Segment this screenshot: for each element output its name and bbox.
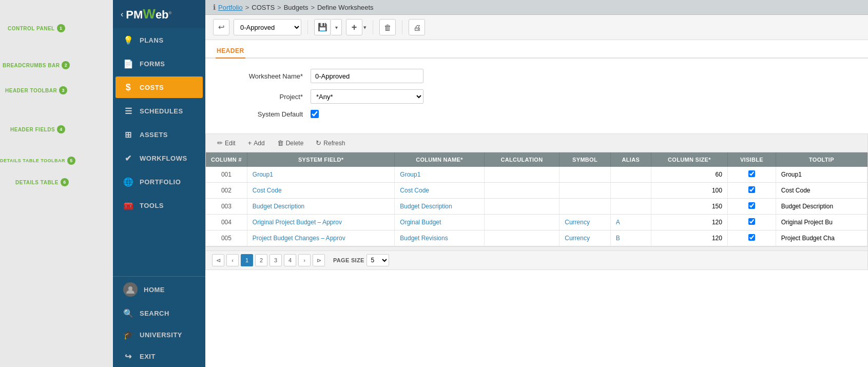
system-default-label: System Default	[221, 110, 303, 118]
user-avatar	[123, 282, 138, 297]
cell-alias-1[interactable]	[610, 183, 651, 199]
sidebar-item-label-workflows: WORKFLOWS	[140, 154, 187, 162]
visible-checkbox-1[interactable]	[748, 186, 755, 193]
details-section: ✏ Edit + Add 🗑 Delete ↻ Refresh	[205, 133, 868, 270]
sidebar-item-search[interactable]: 🔍 SEARCH	[113, 302, 205, 324]
annotation-dt-toolbar: DETAILS TABLE TOOLBAR 5	[0, 157, 75, 165]
cell-alias-2[interactable]	[610, 199, 651, 215]
trash-icon: 🗑	[277, 139, 284, 147]
page-2-btn[interactable]: 2	[255, 254, 267, 266]
cell-visible-2[interactable]	[727, 199, 776, 215]
worksheet-name-input[interactable]	[311, 69, 423, 83]
save-button-group: 💾 ▾	[314, 19, 342, 35]
page-4-btn[interactable]: 4	[284, 254, 296, 266]
col-header-alias: ALIAS	[610, 152, 651, 167]
page-next-btn[interactable]: ›	[298, 254, 311, 266]
sidebar-item-plans[interactable]: 💡 PLANS	[113, 28, 205, 52]
details-add-button[interactable]: + Add	[243, 137, 270, 149]
page-1-btn[interactable]: 1	[241, 254, 253, 266]
menu-toggle-icon[interactable]: ‹	[121, 10, 123, 19]
refresh-button[interactable]: ↻ Refresh	[311, 137, 350, 149]
save-dropdown-arrow[interactable]: ▾	[332, 19, 342, 35]
delete-button[interactable]: 🗑	[379, 19, 396, 35]
annotation-label-text-4: HEADER FIELDS	[10, 127, 55, 132]
visible-checkbox-3[interactable]	[748, 218, 755, 225]
project-select-wrapper[interactable]: *Any*	[311, 89, 423, 104]
sidebar-item-forms[interactable]: 📄 FORMS	[113, 52, 205, 75]
cell-col-size-2: 150	[651, 199, 727, 215]
sidebar-item-label-tools: TOOLS	[140, 202, 164, 209]
sidebar-item-label-costs: COSTS	[140, 84, 164, 91]
add-button[interactable]: +	[346, 19, 362, 35]
status-dropdown[interactable]: 0-Approved 1-Draft 2-Pending	[234, 21, 301, 34]
cell-visible-3[interactable]	[727, 215, 776, 230]
cell-symbol-1[interactable]	[560, 183, 611, 199]
table-scroll[interactable]: COLUMN # SYSTEM FIELD* COLUMN NAME* CALC…	[206, 152, 867, 246]
page-last-btn[interactable]: ⊳	[313, 254, 325, 266]
cell-visible-0[interactable]	[727, 167, 776, 183]
save-button[interactable]: 💾	[314, 19, 331, 35]
cell-col-size-1: 100	[651, 183, 727, 199]
table-row: 005 Project Budget Changes – Approv Budg…	[206, 230, 867, 246]
main-content: ℹ Portfolio > COSTS > Budgets > Define W…	[205, 0, 868, 367]
details-delete-button[interactable]: 🗑 Delete	[272, 137, 309, 149]
status-dropdown-wrapper[interactable]: 0-Approved 1-Draft 2-Pending	[234, 19, 301, 35]
sidebar-item-costs[interactable]: $ COSTS	[115, 76, 203, 98]
visible-checkbox-2[interactable]	[748, 202, 755, 209]
annotation-dot-1: 1	[57, 24, 65, 32]
sidebar-item-label-search: SEARCH	[140, 310, 169, 317]
cell-num-2: 003	[206, 199, 247, 215]
sidebar-item-label-exit: EXIT	[140, 353, 156, 360]
sidebar-item-university[interactable]: 🎓 UNIVERSITY	[113, 324, 205, 345]
sidebar-item-exit[interactable]: ↪ EXIT	[113, 345, 205, 367]
cell-symbol-3[interactable]: Currency	[560, 215, 611, 230]
cell-visible-1[interactable]	[727, 183, 776, 199]
cell-symbol-4[interactable]: Currency	[560, 230, 611, 246]
sidebar-logo[interactable]: ‹ PMWeb®	[113, 0, 205, 28]
breadcrumb-portfolio[interactable]: Portfolio	[218, 4, 243, 11]
delete-label: Delete	[286, 140, 304, 147]
cell-calculation-2	[484, 199, 560, 215]
sidebar-item-assets[interactable]: ⊞ ASSETS	[113, 123, 205, 146]
cell-alias-3[interactable]: A	[610, 215, 651, 230]
project-select[interactable]: *Any*	[311, 90, 423, 103]
table-hscrollbar[interactable]	[206, 246, 867, 250]
sidebar-item-schedules[interactable]: ☰ SCHEDULES	[113, 99, 205, 123]
cell-alias-0[interactable]	[610, 167, 651, 183]
sidebar-item-tools[interactable]: 🧰 TOOLS	[113, 194, 205, 217]
cell-column-name-4[interactable]: Budget Revisions	[395, 230, 484, 246]
page-first-btn[interactable]: ⊲	[212, 254, 224, 266]
tab-header[interactable]: HEADER	[216, 44, 245, 59]
breadcrumb-define: Define Worksheets	[317, 4, 374, 11]
sidebar-item-portfolio[interactable]: 🌐 PORTFOLIO	[113, 170, 205, 194]
cell-system-field-0[interactable]: Group1	[247, 167, 394, 183]
cell-system-field-3[interactable]: Original Project Budget – Approv	[247, 215, 394, 230]
cell-column-name-2[interactable]: Budget Description	[395, 199, 484, 215]
portfolio-icon: 🌐	[123, 177, 133, 187]
system-default-checkbox[interactable]	[311, 110, 319, 118]
info-icon[interactable]: ℹ	[213, 3, 216, 11]
sidebar-item-home[interactable]: HOME	[113, 277, 205, 302]
cell-column-name-0[interactable]: Group1	[395, 167, 484, 183]
annotation-dot-4: 4	[57, 125, 65, 133]
page-prev-btn[interactable]: ‹	[226, 254, 239, 266]
page-3-btn[interactable]: 3	[269, 254, 282, 266]
cell-column-name-3[interactable]: Orginal Budget	[395, 215, 484, 230]
cell-symbol-0[interactable]	[560, 167, 611, 183]
visible-checkbox-0[interactable]	[748, 170, 755, 177]
cell-system-field-1[interactable]: Cost Code	[247, 183, 394, 199]
cell-alias-4[interactable]: B	[610, 230, 651, 246]
visible-checkbox-4[interactable]	[748, 234, 755, 241]
cell-column-name-1[interactable]: Cost Code	[395, 183, 484, 199]
undo-button[interactable]: ↩	[213, 19, 229, 35]
page-size-select[interactable]: 5 10 25 50	[367, 254, 389, 266]
cell-visible-4[interactable]	[727, 230, 776, 246]
sidebar-item-workflows[interactable]: ✔ WORKFLOWS	[113, 146, 205, 170]
cell-system-field-4[interactable]: Project Budget Changes – Approv	[247, 230, 394, 246]
cell-symbol-2[interactable]	[560, 199, 611, 215]
cell-system-field-2[interactable]: Budget Description	[247, 199, 394, 215]
print-button[interactable]: 🖨	[409, 19, 425, 35]
add-dropdown-arrow[interactable]: ▾	[363, 24, 367, 31]
edit-button[interactable]: ✏ Edit	[212, 137, 241, 149]
annotation-dot-2: 2	[62, 61, 70, 69]
